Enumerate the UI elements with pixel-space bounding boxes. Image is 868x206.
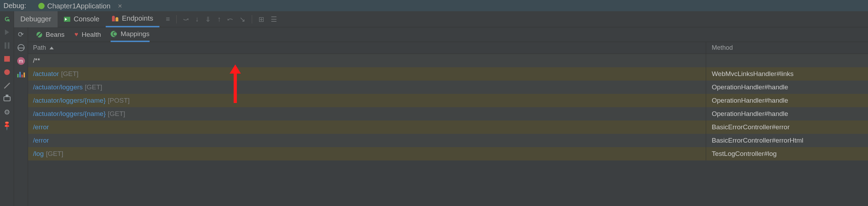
- separator: [252, 15, 252, 23]
- column-path-label: Path: [33, 44, 46, 52]
- path-text: /**: [33, 57, 40, 64]
- run-to-cursor-icon[interactable]: ↘: [239, 15, 245, 23]
- main-content: ↻ ⚙ 📌 Debugger Console Endpoints ≡: [0, 11, 868, 206]
- cell-path: /error: [28, 123, 706, 131]
- tab-debugger-label: Debugger: [20, 15, 51, 23]
- cell-method: BasicErrorController#error: [706, 121, 868, 134]
- sort-ascending-icon: [50, 47, 54, 49]
- column-header-path[interactable]: Path: [28, 42, 706, 54]
- debug-left-toolbar: ↻ ⚙ 📌: [0, 11, 14, 206]
- show-execution-point-icon[interactable]: ≡: [166, 15, 170, 23]
- cell-method: BasicErrorController#errorHtml: [706, 134, 868, 147]
- mappings-table-area: Beans ♥ Health Mappings Path: [28, 27, 868, 206]
- path-text: /error: [33, 137, 49, 144]
- cell-path: /error: [28, 137, 706, 144]
- mute-breakpoints-icon[interactable]: [3, 81, 11, 90]
- tool-window-tabs: Debugger Console Endpoints ≡ ⤻ ↓ ⇓ ↑ ⤺ ↘…: [14, 11, 868, 27]
- path-text: /actuator/loggers: [33, 83, 83, 91]
- cell-method: WebMvcLinksHandler#links: [706, 67, 868, 81]
- cell-path: /actuator [GET]: [28, 70, 706, 78]
- mappings-icon: [111, 31, 117, 37]
- live-beans-graph-icon[interactable]: [17, 70, 25, 78]
- debug-toolbar-icons: ≡ ⤻ ↓ ⇓ ↑ ⤺ ↘ ⊞ ☰: [159, 15, 277, 23]
- step-into-icon[interactable]: ↓: [195, 15, 199, 23]
- path-text: /actuator: [33, 70, 59, 78]
- cell-method: OperationHandler#handle: [706, 107, 868, 121]
- path-text: /actuator/loggers/{name}: [33, 97, 106, 104]
- table-row[interactable]: /actuator/loggers/{name} [GET]OperationH…: [28, 107, 868, 121]
- http-method: [GET]: [85, 83, 103, 91]
- sub-tab-mappings-label: Mappings: [120, 30, 149, 38]
- rerun-icon[interactable]: ↻: [3, 15, 11, 23]
- tab-endpoints-label: Endpoints: [122, 14, 153, 22]
- beans-icon: [37, 32, 42, 37]
- console-icon: [64, 17, 70, 22]
- path-text: /actuator/loggers/{name}: [33, 110, 106, 118]
- endpoints-left-toolbar: ⟳ m: [14, 27, 28, 206]
- module-badge-icon[interactable]: m: [17, 57, 25, 65]
- cell-path: /actuator/loggers/{name} [GET]: [28, 110, 706, 118]
- table-row[interactable]: /actuator [GET]WebMvcLinksHandler#links: [28, 67, 868, 81]
- table-row[interactable]: /**: [28, 54, 868, 67]
- debug-label: Debug:: [4, 2, 26, 10]
- trace-icon[interactable]: ☰: [271, 15, 277, 23]
- cell-path: /actuator/loggers [GET]: [28, 83, 706, 91]
- close-icon[interactable]: ✕: [118, 3, 122, 9]
- cell-path: /**: [28, 57, 706, 64]
- cell-method: [706, 54, 868, 67]
- column-header-method[interactable]: Method: [706, 42, 868, 54]
- refresh-icon[interactable]: ⟳: [17, 30, 25, 39]
- svg-marker-1: [230, 64, 241, 74]
- http-method: [GET]: [108, 110, 125, 118]
- table-row[interactable]: /errorBasicErrorController#errorHtml: [28, 134, 868, 147]
- sub-tab-mappings[interactable]: Mappings: [111, 27, 149, 42]
- evaluate-expression-icon[interactable]: ⊞: [258, 15, 264, 23]
- cell-path: /log [GET]: [28, 150, 706, 158]
- sub-tab-beans-label: Beans: [46, 31, 65, 39]
- step-out-icon[interactable]: ↑: [217, 15, 221, 23]
- breakpoints-icon[interactable]: [3, 68, 11, 76]
- run-configuration-tab[interactable]: Chapter1Application ✕: [33, 0, 127, 11]
- sub-tab-health-label: Health: [82, 31, 101, 39]
- heart-icon: ♥: [74, 31, 78, 38]
- tab-console[interactable]: Console: [58, 11, 106, 27]
- tab-endpoints[interactable]: Endpoints: [106, 11, 159, 27]
- resume-icon[interactable]: [3, 28, 11, 36]
- cell-method: OperationHandler#handle: [706, 81, 868, 94]
- http-method: [POST]: [108, 97, 130, 104]
- tab-console-label: Console: [74, 15, 99, 23]
- debug-header: Debug: Chapter1Application ✕: [0, 0, 868, 11]
- step-over-icon[interactable]: ⤻: [183, 15, 189, 23]
- sub-tab-health[interactable]: ♥ Health: [74, 27, 101, 42]
- endpoints-icon: [112, 16, 118, 21]
- run-config-name: Chapter1Application: [47, 2, 111, 10]
- pause-icon[interactable]: [3, 41, 11, 50]
- endpoints-sub-tabs: Beans ♥ Health Mappings: [28, 27, 868, 42]
- table-header: Path Method: [28, 42, 868, 54]
- table-row[interactable]: /log [GET]TestLogController#log: [28, 147, 868, 160]
- separator: [176, 15, 177, 23]
- stop-icon[interactable]: [3, 55, 11, 63]
- column-method-label: Method: [712, 44, 733, 52]
- table-row[interactable]: /actuator/loggers [GET]OperationHandler#…: [28, 81, 868, 94]
- content-column: Debugger Console Endpoints ≡ ⤻ ↓ ⇓ ↑ ⤺ ↘…: [14, 11, 868, 206]
- camera-icon[interactable]: [3, 95, 11, 103]
- force-step-into-icon[interactable]: ⇓: [205, 15, 211, 23]
- cell-method: OperationHandler#handle: [706, 94, 868, 107]
- globe-icon[interactable]: [17, 43, 25, 52]
- drop-frame-icon[interactable]: ⤺: [227, 15, 233, 23]
- cell-method: TestLogController#log: [706, 147, 868, 160]
- http-method: [GET]: [61, 70, 79, 78]
- pin-icon[interactable]: 📌: [3, 121, 11, 130]
- tab-debugger[interactable]: Debugger: [14, 11, 58, 27]
- table-row[interactable]: /actuator/loggers/{name} [POST]Operation…: [28, 94, 868, 107]
- path-text: /log: [33, 150, 44, 158]
- cell-path: /actuator/loggers/{name} [POST]: [28, 97, 706, 104]
- red-arrow-annotation: [228, 64, 242, 103]
- spring-boot-icon: [38, 3, 45, 9]
- http-method: [GET]: [46, 150, 64, 158]
- settings-icon[interactable]: ⚙: [3, 108, 11, 116]
- table-row[interactable]: /errorBasicErrorController#error: [28, 121, 868, 134]
- table-body: /**/actuator [GET]WebMvcLinksHandler#lin…: [28, 54, 868, 160]
- sub-tab-beans[interactable]: Beans: [37, 27, 65, 42]
